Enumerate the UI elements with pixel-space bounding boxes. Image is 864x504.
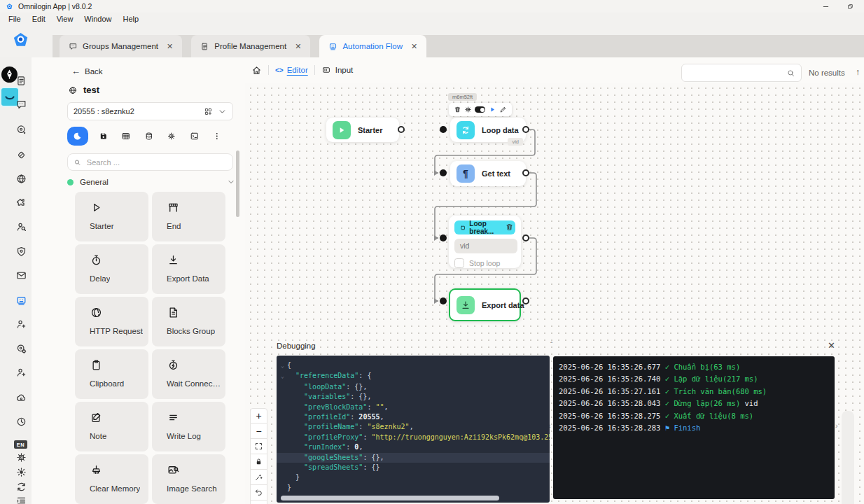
canvas-search-input[interactable]	[688, 68, 786, 78]
back-button[interactable]: ← Back	[71, 66, 103, 76]
sidebar-item-user-search-icon[interactable]	[15, 221, 27, 233]
port-out-loop-data[interactable]	[522, 126, 529, 133]
block-card-write-log[interactable]: Write Log	[152, 402, 225, 451]
sidebar-item-tag-icon[interactable]	[15, 149, 27, 161]
block-card-clear-memory[interactable]: Clear Memory	[75, 454, 148, 504]
port-out-starter[interactable]	[398, 126, 405, 133]
block-card-starter[interactable]: Starter	[75, 192, 148, 241]
block-card-image-search[interactable]: Image Search	[152, 454, 225, 504]
sidebar-item-mail-icon[interactable]	[15, 270, 27, 281]
node-toggle[interactable]	[475, 106, 485, 113]
sidebar-item-bot-icon[interactable]	[15, 295, 27, 307]
nav-input[interactable]: Input	[321, 65, 354, 75]
port-out-export-data[interactable]	[522, 298, 529, 304]
block-search-input[interactable]	[85, 158, 227, 167]
panel-tool-kebab-icon[interactable]	[212, 130, 222, 142]
minimize-button[interactable]	[822, 3, 830, 10]
tab-groups-management[interactable]: Groups Management✕	[60, 35, 182, 57]
sidebar-item-cloud-icon[interactable]	[15, 392, 27, 404]
sidebar-item-user-plus-icon[interactable]	[15, 318, 27, 330]
sidebar-item-history-icon[interactable]	[15, 416, 27, 428]
sidebar-item-document-icon[interactable]	[15, 75, 27, 87]
block-card-clipboard[interactable]: Clipboard	[75, 349, 148, 399]
block-card-wait-connecti-[interactable]: Wait Connecti...	[152, 349, 225, 399]
checkbox[interactable]	[454, 258, 464, 268]
node-tool-pencil-icon[interactable]	[499, 106, 507, 113]
sidebar-item-sync-icon[interactable]	[15, 481, 27, 493]
port-in-get-text[interactable]	[440, 169, 447, 176]
panel-tool-db-icon[interactable]	[144, 130, 154, 142]
sidebar-item-chat-icon[interactable]	[15, 99, 27, 111]
zoom-undo-button[interactable]	[250, 485, 267, 500]
port-in-loop-break[interactable]	[440, 234, 447, 241]
panel-tool-moon-button[interactable]	[67, 127, 88, 146]
tab-close-icon[interactable]: ✕	[295, 43, 301, 50]
section-general[interactable]: General	[67, 178, 235, 186]
nav-editor[interactable]: <> Editor	[275, 66, 308, 74]
block-card-end[interactable]: End	[152, 192, 225, 241]
panel-tool-gear-icon[interactable]	[167, 130, 176, 142]
search-icon[interactable]	[786, 69, 795, 78]
grid-icon[interactable]	[204, 107, 213, 116]
node-export-data[interactable]: Export data	[449, 288, 521, 321]
zoom-minus-button[interactable]: −	[250, 424, 267, 439]
menu-view[interactable]: View	[51, 15, 79, 23]
node-tool-gear-icon[interactable]	[464, 106, 472, 113]
debug-close-icon[interactable]: ✕	[828, 340, 835, 351]
zoom-lock-button[interactable]	[250, 454, 267, 470]
panel-tool-save-icon[interactable]	[99, 130, 109, 142]
sidebar-item-gear-icon[interactable]	[15, 451, 27, 463]
port-out-get-text[interactable]	[522, 169, 529, 176]
block-card-blocks-group[interactable]: Blocks Group	[152, 297, 225, 346]
sidebar-item-shield-icon[interactable]	[15, 246, 27, 258]
right-panel-strip[interactable]	[842, 411, 854, 504]
node-starter[interactable]: Starter	[326, 118, 399, 142]
node-loop-break[interactable]: Loop break... vid Stop loop	[449, 216, 521, 268]
tab-automation-flow[interactable]: Automation Flow✕	[319, 35, 426, 57]
chevron-down-icon[interactable]	[218, 107, 227, 116]
tab-profile-management[interactable]: Profile Management✕	[191, 35, 310, 57]
port-out-loop-break[interactable]	[522, 234, 529, 241]
node-get-text[interactable]: ¶ Get text	[450, 161, 526, 186]
block-search[interactable]	[67, 153, 233, 171]
port-in-loop-data[interactable]	[440, 126, 447, 133]
port-in-export-data[interactable]	[440, 298, 447, 304]
block-card-export-data[interactable]: Export Data	[152, 244, 225, 294]
stop-loop-checkbox[interactable]: Stop loop	[454, 258, 515, 268]
tab-close-icon[interactable]: ✕	[411, 43, 417, 50]
flow-canvas[interactable]: <> Editor Input No results ↑ ↓	[245, 57, 864, 504]
menu-file[interactable]: File	[3, 15, 27, 23]
home-icon[interactable]	[251, 65, 262, 76]
block-card-delay[interactable]: Delay	[75, 244, 148, 294]
menu-help[interactable]: Help	[117, 15, 144, 23]
log-panel-expand-icon[interactable]: ›	[835, 421, 838, 430]
chevron-down-icon[interactable]	[227, 178, 235, 186]
profile-select[interactable]: 20555 : s8eznku2	[67, 102, 233, 120]
panel-tool-table-icon[interactable]	[121, 130, 131, 142]
json-hscrollbar[interactable]	[281, 496, 499, 500]
zoom-wand-button[interactable]	[250, 470, 267, 485]
sidebar-item-sun-icon[interactable]	[15, 466, 27, 478]
panel-scrollbar[interactable]	[236, 150, 239, 217]
debug-collapse-icon[interactable]: ˆ	[550, 342, 552, 349]
sidebar-item-globe-icon[interactable]	[15, 173, 27, 185]
trash-icon[interactable]	[505, 223, 514, 232]
sidebar-item-user-plus-icon[interactable]	[15, 367, 27, 379]
panel-tool-terminal-icon[interactable]	[190, 130, 200, 142]
menu-window[interactable]: Window	[78, 15, 117, 23]
node-tool-play-blue-icon[interactable]	[489, 106, 496, 113]
sidebar-item-list-indent-icon[interactable]	[15, 495, 27, 504]
prev-result-icon[interactable]: ↑	[856, 67, 860, 77]
zoom-fit-button[interactable]	[250, 439, 267, 454]
zoom-redo-button[interactable]	[250, 500, 267, 504]
tab-close-icon[interactable]: ✕	[167, 43, 173, 50]
sidebar-item-disc-key-icon[interactable]	[15, 124, 27, 136]
sidebar-item-puzzle-icon[interactable]	[15, 197, 27, 209]
zoom-plus-button[interactable]: +	[250, 408, 267, 424]
block-card-http-request[interactable]: HTTP Request	[75, 297, 148, 346]
block-card-note[interactable]: Note	[75, 402, 148, 451]
canvas-search[interactable]	[681, 64, 802, 82]
loop-break-input[interactable]: vid	[454, 239, 517, 253]
menu-edit[interactable]: Edit	[27, 15, 51, 23]
node-loop-data[interactable]: Loop data vid	[450, 118, 526, 142]
